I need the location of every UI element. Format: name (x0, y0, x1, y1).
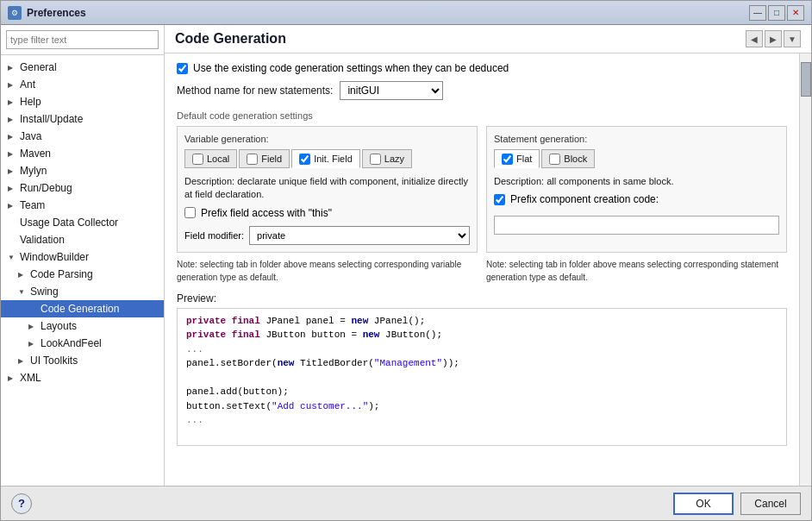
notes-two: Note: selecting tab in folder above mean… (177, 258, 787, 284)
arrow-icon: ▶ (8, 64, 18, 72)
sidebar: ▶ General ▶ Ant ▶ Help ▶ Install/Update (1, 25, 165, 486)
arrow-icon: ▶ (8, 167, 18, 175)
sidebar-item-run-debug[interactable]: ▶ Run/Debug (1, 179, 164, 197)
sidebar-item-label: XML (20, 372, 41, 384)
sidebar-item-label: Ant (20, 78, 35, 91)
two-columns: Variable generation: Local Field (177, 126, 787, 253)
sidebar-item-general[interactable]: ▶ General (1, 59, 164, 76)
maximize-button[interactable]: □ (768, 5, 785, 21)
tab-local-checkbox[interactable] (192, 154, 203, 165)
sidebar-item-label: Run/Debug (20, 182, 72, 194)
prefix-field-label: Prefix field access with "this" (201, 207, 332, 219)
variable-generation-title: Variable generation: (184, 134, 470, 144)
arrow-icon: ▶ (18, 271, 28, 279)
prefix-component-checkbox[interactable] (494, 194, 505, 205)
sidebar-item-label: General (20, 61, 57, 73)
field-modifier-label: Field modifier: (184, 230, 244, 241)
code-line-8: ... (186, 413, 778, 428)
tab-flat-checkbox[interactable] (502, 154, 513, 165)
tab-lazy-checkbox[interactable] (370, 154, 381, 165)
sidebar-item-validation[interactable]: Validation (1, 231, 164, 248)
sidebar-item-mylyn[interactable]: ▶ Mylyn (1, 162, 164, 179)
tab-block-checkbox[interactable] (549, 154, 560, 165)
tab-field-checkbox[interactable] (247, 154, 258, 165)
window-icon: ⚙ (8, 6, 22, 20)
filter-input[interactable] (6, 30, 159, 49)
right-panel: Code Generation ◀ ▶ ▼ Use the existing c… (165, 25, 811, 486)
prefix-component-input[interactable] (494, 216, 779, 235)
tree: ▶ General ▶ Ant ▶ Help ▶ Install/Update (1, 55, 164, 486)
nav-back-button[interactable]: ◀ (746, 30, 763, 47)
sidebar-item-label: LookAndFeel (41, 337, 102, 349)
tab-local[interactable]: Local (184, 149, 237, 168)
sidebar-item-code-parsing[interactable]: ▶ Code Parsing (1, 266, 164, 283)
code-line-7: button.setText("Add customer..."); (186, 399, 778, 414)
prefix-component-row: Prefix component creation code: (494, 193, 779, 205)
preview-box: private final JPanel panel = new JPanel(… (177, 308, 787, 446)
sidebar-item-windowbuilder[interactable]: ▼ WindowBuilder (1, 248, 164, 266)
help-button[interactable]: ? (11, 493, 32, 514)
tab-lazy[interactable]: Lazy (362, 149, 412, 168)
close-button[interactable]: ✕ (787, 5, 804, 21)
variable-note: Note: selecting tab in folder above mean… (177, 258, 478, 284)
code-line-6: panel.add(button); (186, 385, 778, 399)
sidebar-item-team[interactable]: ▶ Team (1, 197, 164, 214)
arrow-icon (8, 236, 18, 244)
tab-flat-label: Flat (516, 154, 532, 164)
nav-buttons: ◀ ▶ ▼ (746, 30, 801, 47)
method-name-select[interactable]: initGUI (340, 81, 443, 100)
arrow-icon: ▶ (8, 185, 18, 192)
arrow-icon (28, 305, 39, 313)
variable-generation-box: Variable generation: Local Field (177, 126, 478, 253)
ok-button[interactable]: OK (673, 493, 734, 515)
panel-body: Use the existing code generation setting… (165, 53, 811, 486)
sidebar-item-install-update[interactable]: ▶ Install/Update (1, 110, 164, 128)
sidebar-item-label: Usage Data Collector (20, 217, 118, 229)
sidebar-item-lookAndFeel[interactable]: ▶ LookAndFeel (1, 335, 164, 352)
sidebar-item-label: Validation (20, 234, 65, 246)
sidebar-item-ui-toolkits[interactable]: ▶ UI Toolkits (1, 352, 164, 369)
arrow-expand-icon: ▼ (18, 288, 28, 296)
variable-desc: Description: declarate unique field with… (184, 175, 470, 202)
statement-generation-box: Statement generation: Flat Block (486, 126, 787, 253)
window-title: Preferences (27, 7, 749, 19)
statement-tabs: Flat Block (494, 149, 779, 168)
arrow-icon: ▶ (8, 116, 18, 123)
arrow-icon: ▶ (8, 150, 18, 158)
sidebar-item-java[interactable]: ▶ Java (1, 128, 164, 145)
filter-box (1, 25, 164, 55)
arrow-icon: ▶ (28, 323, 39, 330)
tab-init-field-checkbox[interactable] (299, 154, 310, 165)
cancel-button[interactable]: Cancel (740, 493, 801, 515)
preview-section: Preview: private final JPanel panel = ne… (177, 292, 787, 446)
sidebar-item-label: Java (20, 130, 41, 142)
tab-block[interactable]: Block (541, 149, 595, 168)
sidebar-item-maven[interactable]: ▶ Maven (1, 145, 164, 162)
sidebar-item-label: Swing (30, 286, 59, 298)
arrow-icon: ▶ (8, 374, 18, 382)
arrow-icon: ▶ (8, 133, 18, 141)
sidebar-item-code-generation[interactable]: Code Generation (1, 300, 164, 317)
code-line-1: private final JPanel panel = new JPanel(… (186, 314, 778, 329)
prefix-field-checkbox[interactable] (184, 207, 196, 218)
sidebar-item-swing[interactable]: ▼ Swing (1, 283, 164, 300)
statement-generation-title: Statement generation: (494, 134, 779, 144)
nav-menu-button[interactable]: ▼ (784, 30, 801, 47)
sidebar-item-label: WindowBuilder (20, 251, 89, 263)
code-line-5 (186, 371, 778, 386)
nav-forward-button[interactable]: ▶ (765, 30, 782, 47)
sidebar-item-label: Code Parsing (30, 268, 93, 280)
sidebar-item-help[interactable]: ▶ Help (1, 93, 164, 110)
sidebar-item-xml[interactable]: ▶ XML (1, 369, 164, 386)
sidebar-item-layouts[interactable]: ▶ Layouts (1, 317, 164, 335)
minimize-button[interactable]: — (749, 5, 766, 21)
sidebar-item-ant[interactable]: ▶ Ant (1, 76, 164, 93)
sidebar-item-usage-data-collector[interactable]: Usage Data Collector (1, 214, 164, 231)
field-modifier-select[interactable]: private protected public (249, 226, 470, 245)
bottom-bar: ? OK Cancel (1, 486, 811, 520)
scrollbar-thumb[interactable] (801, 62, 811, 97)
tab-init-field[interactable]: Init. Field (291, 149, 360, 168)
tab-flat[interactable]: Flat (494, 149, 540, 168)
tab-field[interactable]: Field (239, 149, 290, 168)
deduced-checkbox[interactable] (177, 63, 188, 74)
